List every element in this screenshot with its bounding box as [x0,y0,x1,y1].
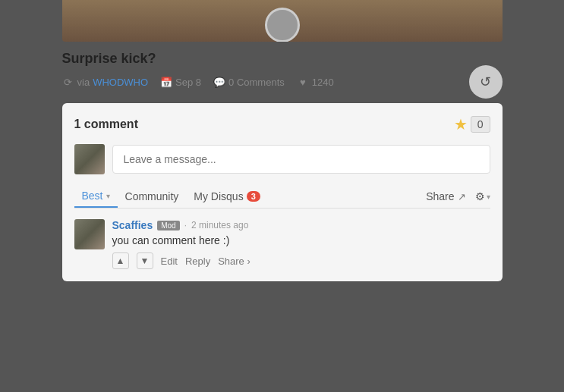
share-button[interactable]: ↺ [469,65,503,99]
share-tab[interactable]: Share ↗ [426,190,465,202]
comment-input-row [74,144,490,174]
star-icon: ★ [454,115,468,133]
tabs-right: Share ↗ ⚙ ▾ [426,190,490,202]
calendar-icon: 📅 [160,76,172,88]
tab-best[interactable]: Best ▾ [74,185,118,208]
chevron-down-icon: ▾ [106,192,110,200]
comment-time: 2 minutes ago [191,220,248,230]
tab-community[interactable]: Community [118,186,187,207]
via-label: via [77,77,90,88]
avatar-image [74,144,105,174]
reblog-icon: ⟳ [62,76,74,88]
comment-author[interactable]: Scaffies [112,219,153,231]
settings-tab[interactable]: ⚙ ▾ [475,190,490,202]
commenter-avatar [74,219,105,249]
via-item: ⟳ via WHODWHO [62,76,149,88]
vote-up-button[interactable]: ▲ [112,252,129,269]
separator-dot: · [184,220,187,230]
settings-chevron: ▾ [487,193,490,201]
star-count: 0 [471,116,490,133]
comment-text: you can comment here :) [112,234,490,246]
tab-mydisqus-label: My Disqus [194,190,243,202]
post-title: Surprise kick? [62,51,503,67]
likes-item[interactable]: ♥ 1240 [297,76,334,88]
share-tab-label: Share [426,190,454,202]
via-source[interactable]: WHODWHO [93,77,148,88]
share-link[interactable]: Share › [218,256,250,267]
comment-item: Scaffies Mod · 2 minutes ago you can com… [74,219,490,269]
tab-mydisqus[interactable]: My Disqus 3 [186,186,267,207]
post-meta: ⟳ via WHODWHO 📅 Sep 8 💬 0 Comments ♥ 124… [62,76,503,88]
comments-section: 1 comment ★ 0 Best ▾ Community My Disqus [62,103,503,281]
comments-count: 0 Comments [228,77,285,88]
edit-link[interactable]: Edit [161,256,178,267]
comments-icon: 💬 [213,76,225,88]
reply-link[interactable]: Reply [185,256,210,267]
heart-icon: ♥ [297,76,309,88]
post-date: Sep 8 [175,77,201,88]
external-link-icon: ↗ [458,191,466,202]
tab-community-label: Community [125,190,179,202]
comments-count-label: 1 comment [74,118,138,131]
share-icon: ↺ [480,74,491,90]
tabs-row: Best ▾ Community My Disqus 3 Share ↗ ⚙ ▾ [74,185,490,209]
comments-header: 1 comment ★ 0 [74,115,490,133]
gear-icon: ⚙ [475,190,485,202]
page-wrapper: Surprise kick? ⟳ via WHODWHO 📅 Sep 8 💬 0… [0,0,564,281]
comment-actions: ▲ ▼ Edit Reply Share › [112,252,490,269]
comment-body: Scaffies Mod · 2 minutes ago you can com… [112,219,490,269]
star-badge: ★ 0 [454,115,490,133]
vote-down-button[interactable]: ▼ [137,252,153,269]
comment-input[interactable] [112,145,490,174]
likes-count: 1240 [312,77,334,88]
mod-badge: Mod [157,221,179,230]
comments-item[interactable]: 💬 0 Comments [213,76,285,88]
mydisqus-badge: 3 [247,191,260,202]
tab-best-label: Best [82,190,103,202]
comment-author-row: Scaffies Mod · 2 minutes ago [112,219,490,231]
post-image [62,0,503,42]
current-user-avatar [74,144,105,174]
date-item: 📅 Sep 8 [160,76,201,88]
